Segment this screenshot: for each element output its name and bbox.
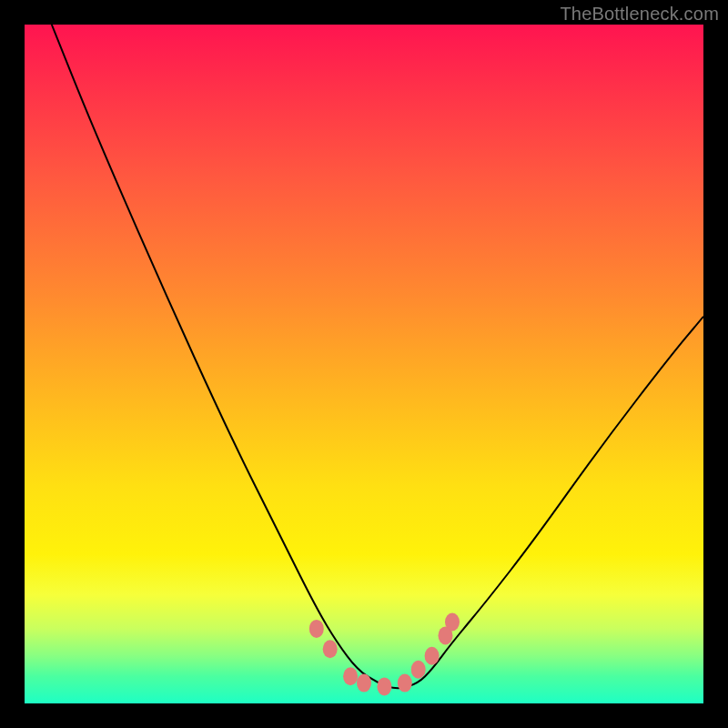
watermark-text: TheBottleneck.com	[560, 4, 719, 25]
trough-marker	[309, 620, 324, 638]
trough-marker	[377, 677, 391, 695]
chart-curve-svg	[25, 25, 703, 703]
trough-marker	[343, 667, 358, 685]
trough-marker	[357, 674, 371, 693]
bottleneck-curve	[52, 25, 703, 688]
trough-marker	[323, 640, 338, 658]
trough-marker	[411, 661, 426, 679]
trough-marker-group	[309, 613, 460, 696]
trough-marker	[445, 613, 460, 632]
chart-frame: TheBottleneck.com	[0, 0, 728, 728]
trough-marker	[425, 647, 440, 665]
trough-marker	[398, 674, 412, 693]
chart-plot-area	[25, 25, 703, 703]
